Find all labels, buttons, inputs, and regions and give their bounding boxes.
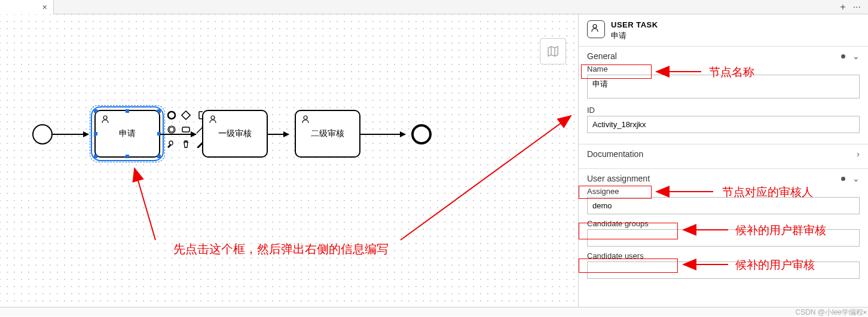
top-bar: × + ···	[0, 0, 868, 14]
svg-point-6	[211, 116, 215, 119]
status-bar: ×	[0, 307, 868, 316]
annotation-text: 先点击这个框，然后弹出右侧的信息编写	[173, 241, 389, 257]
user-task-icon	[587, 20, 605, 38]
start-event[interactable]	[32, 124, 53, 144]
chevron-down-icon[interactable]: ⌄	[852, 51, 860, 61]
user-icon	[208, 115, 218, 126]
sequence-flow[interactable]	[360, 134, 405, 135]
gateway-icon[interactable]	[179, 109, 192, 122]
svg-point-7	[304, 116, 307, 119]
sequence-flow[interactable]	[268, 134, 289, 135]
element-type: USER TASK	[611, 20, 658, 29]
section-header-documentation[interactable]: Documentation ›	[587, 149, 860, 159]
svg-point-10	[593, 24, 597, 28]
section-header-general[interactable]: General ⌄	[587, 51, 860, 61]
section-title: General	[587, 51, 617, 61]
candidate-users-input[interactable]	[587, 261, 860, 279]
sequence-flow[interactable]	[53, 134, 88, 135]
main: 申请 一级审核	[0, 14, 868, 307]
user-task-review1[interactable]: 一级审核	[202, 110, 268, 158]
properties-panel: USER TASK 申请 General ⌄ Name ID 节点名称	[579, 14, 868, 307]
task-label: 一级审核	[218, 128, 252, 139]
watermark: CSDN @小lee学编程	[795, 307, 863, 317]
dirty-dot-icon	[841, 54, 845, 59]
name-input[interactable]	[587, 75, 860, 99]
panel-header: USER TASK 申请	[579, 14, 868, 46]
section-title: User assignment	[587, 174, 650, 183]
section-title: Documentation	[587, 149, 643, 159]
wrench-icon[interactable]	[165, 137, 178, 150]
id-input[interactable]	[587, 116, 860, 133]
trash-icon[interactable]	[179, 137, 192, 150]
svg-point-4	[169, 127, 174, 132]
chevron-down-icon[interactable]: ⌄	[852, 174, 860, 183]
user-icon	[301, 115, 310, 126]
id-label: ID	[587, 106, 860, 115]
add-tab-icon[interactable]: +	[840, 2, 845, 13]
assignee-input[interactable]	[587, 197, 860, 214]
section-general: General ⌄ Name ID 节点名称	[579, 46, 868, 144]
name-label: Name	[587, 64, 860, 73]
close-tab-icon[interactable]: ×	[42, 2, 47, 12]
candidate-groups-input[interactable]	[587, 229, 860, 247]
top-actions: + ···	[840, 2, 868, 13]
chevron-right-icon[interactable]: ›	[857, 149, 860, 159]
svg-rect-5	[182, 127, 190, 132]
svg-point-1	[168, 112, 175, 119]
user-task-apply[interactable]: 申请	[94, 110, 160, 158]
task-label: 二级审核	[311, 128, 344, 139]
close-icon[interactable]: ×	[863, 309, 867, 316]
sequence-flow[interactable]	[160, 134, 196, 135]
dirty-dot-icon	[841, 177, 845, 181]
diagram-canvas[interactable]: 申请 一级审核	[0, 14, 579, 307]
tab[interactable]: ×	[0, 0, 54, 14]
section-header-user-assignment[interactable]: User assignment ⌄	[587, 174, 860, 183]
candidate-users-label: Candidate users	[587, 251, 860, 260]
element-name: 申请	[611, 30, 658, 41]
end-event-icon[interactable]	[165, 109, 178, 122]
map-icon	[546, 45, 560, 58]
user-task-review2[interactable]: 二级审核	[295, 110, 360, 158]
user-icon	[100, 115, 110, 126]
section-user-assignment: User assignment ⌄ Assignee Candidate gro…	[579, 168, 868, 290]
task-label: 申请	[119, 128, 136, 139]
more-menu-icon[interactable]: ···	[853, 2, 861, 13]
candidate-groups-label: Candidate groups	[587, 219, 860, 228]
svg-rect-2	[182, 111, 190, 119]
end-event[interactable]	[411, 124, 432, 144]
svg-line-8	[135, 168, 155, 240]
assignee-label: Assignee	[587, 187, 860, 196]
svg-point-0	[103, 116, 107, 119]
section-documentation: Documentation ›	[579, 144, 868, 168]
minimap-button[interactable]	[540, 38, 566, 64]
